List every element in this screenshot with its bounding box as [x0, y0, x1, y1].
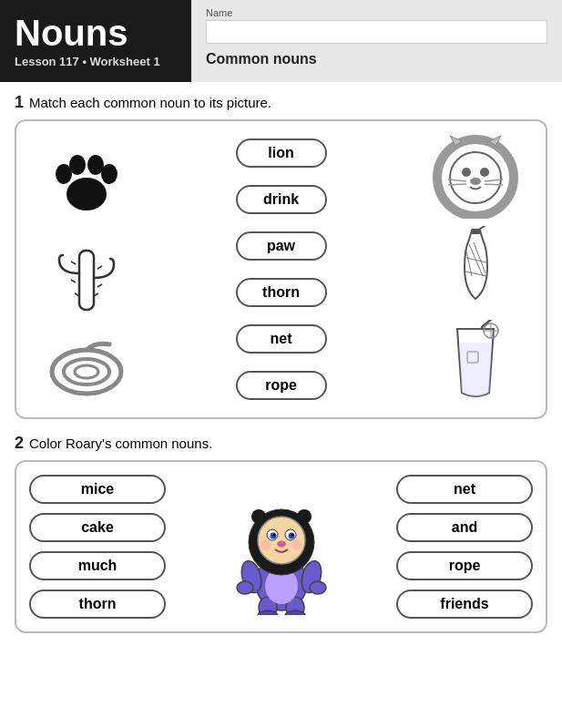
- content: 1 Match each common noun to its picture.: [0, 82, 562, 659]
- svg-point-56: [291, 539, 302, 550]
- cactus-icon: [50, 237, 123, 319]
- word-rope-2: rope: [396, 551, 533, 580]
- q2-text: Color Roary's common nouns.: [29, 436, 212, 451]
- svg-point-13: [64, 359, 109, 385]
- svg-point-14: [75, 365, 98, 378]
- word-drink: drink: [236, 185, 327, 214]
- svg-point-55: [261, 539, 271, 550]
- word-mice: mice: [29, 475, 166, 504]
- word-rope: rope: [236, 371, 327, 400]
- q2-number: 2: [15, 434, 24, 453]
- question-2: 2 Color Roary's common nouns. mice cake …: [15, 434, 547, 633]
- svg-point-0: [66, 178, 107, 210]
- svg-line-29: [465, 272, 486, 276]
- svg-line-6: [71, 261, 76, 264]
- word-lion: lion: [236, 138, 327, 168]
- match-images-right: [416, 132, 535, 406]
- match-box: lion drink paw thorn net rope: [15, 119, 547, 419]
- svg-point-17: [462, 168, 471, 177]
- word-cake: cake: [29, 513, 166, 542]
- word-friends: friends: [396, 590, 533, 619]
- svg-point-53: [291, 534, 293, 537]
- svg-line-21: [448, 184, 466, 185]
- net-bottle-icon: [446, 226, 506, 313]
- svg-point-59: [237, 581, 253, 594]
- question-1: 1 Match each common noun to its picture.: [15, 93, 547, 419]
- rope-icon: [41, 337, 132, 401]
- word-net: net: [236, 324, 327, 354]
- q1-number: 1: [15, 93, 24, 112]
- paw-icon: [46, 138, 128, 220]
- color-box: mice cake much thorn: [15, 460, 547, 633]
- lesson-subtitle: Lesson 117 • Worksheet 1: [15, 55, 177, 68]
- svg-rect-5: [79, 251, 94, 310]
- word-much: much: [29, 551, 166, 580]
- q1-text: Match each common noun to its picture.: [29, 95, 271, 110]
- svg-line-8: [97, 266, 102, 269]
- svg-point-60: [310, 581, 326, 594]
- q2-header: 2 Color Roary's common nouns.: [15, 434, 547, 453]
- svg-line-9: [97, 284, 102, 287]
- name-label: Name: [206, 7, 547, 18]
- word-thorn: thorn: [236, 278, 327, 307]
- svg-point-18: [480, 168, 489, 177]
- name-input[interactable]: [206, 20, 547, 44]
- svg-point-2: [69, 155, 86, 175]
- svg-point-52: [272, 534, 275, 537]
- color-left-words: mice cake much thorn: [29, 475, 166, 619]
- svg-point-46: [251, 509, 266, 524]
- svg-point-19: [470, 178, 481, 185]
- word-paw: paw: [236, 231, 327, 261]
- header-right: Name Common nouns: [191, 0, 562, 82]
- name-field: Name: [206, 7, 547, 44]
- svg-point-4: [101, 164, 118, 184]
- svg-point-47: [297, 509, 312, 524]
- drink-glass-icon: [444, 320, 507, 406]
- roary-lion-icon: [231, 478, 332, 615]
- word-and: and: [396, 513, 533, 542]
- q2-highlight: common nouns: [116, 436, 209, 451]
- q1-highlight: common noun: [104, 95, 190, 110]
- color-right-words: net and rope friends: [396, 475, 533, 619]
- svg-point-54: [277, 541, 286, 548]
- word-thorn-2: thorn: [29, 590, 166, 619]
- header-left: Nouns Lesson 117 • Worksheet 1: [0, 0, 191, 82]
- page-title: Nouns: [15, 15, 177, 51]
- match-images-left: [27, 132, 146, 406]
- match-words: lion drink paw thorn net rope: [155, 132, 407, 406]
- lion-face-icon: [430, 132, 521, 219]
- svg-rect-32: [471, 229, 481, 234]
- svg-line-23: [485, 184, 503, 185]
- svg-line-7: [71, 280, 76, 282]
- q1-header: 1 Match each common noun to its picture.: [15, 93, 547, 112]
- word-net-2: net: [396, 475, 533, 504]
- common-nouns-title: Common nouns: [206, 51, 547, 67]
- lion-character: [173, 475, 389, 619]
